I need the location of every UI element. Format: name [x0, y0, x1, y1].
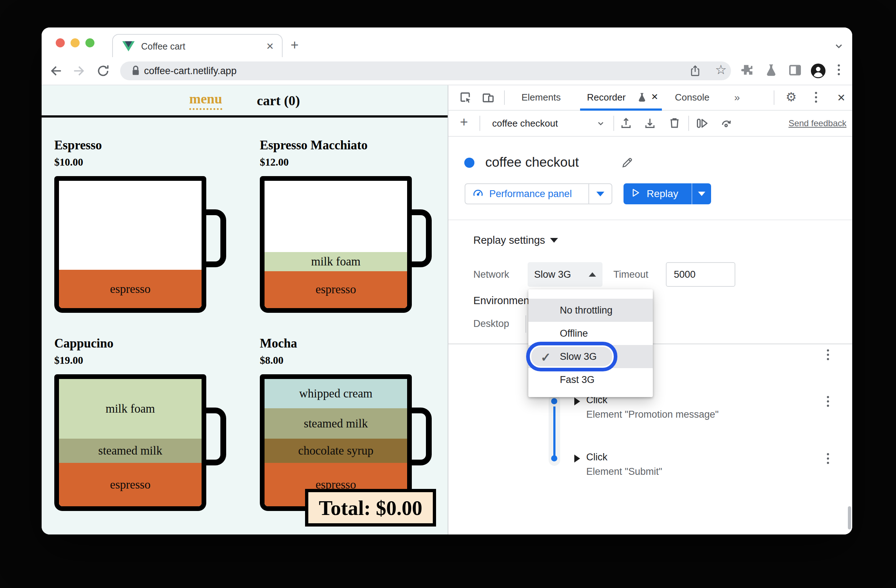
- tab-title: Coffee cart: [141, 41, 185, 52]
- network-option[interactable]: ✓ Fast 3G: [528, 368, 653, 391]
- devtools-close-icon[interactable]: ✕: [837, 92, 845, 104]
- extensions-icon[interactable]: [740, 63, 756, 79]
- step-menu-kebab[interactable]: [827, 453, 829, 468]
- product-price: $8.00: [260, 354, 412, 366]
- cup-layer: espresso: [59, 463, 201, 506]
- browser-tab[interactable]: Coffee cart ✕: [112, 34, 283, 58]
- network-option[interactable]: ✓ Offline: [528, 322, 653, 345]
- product-name: Espresso: [54, 138, 206, 153]
- nav-menu-link[interactable]: menu: [189, 91, 222, 110]
- cup[interactable]: milk foamespresso: [260, 176, 412, 313]
- omnibox[interactable]: coffee-cart.netlify.app ☆: [120, 61, 731, 80]
- beaker-extension-icon[interactable]: [764, 63, 780, 79]
- step-menu-kebab[interactable]: [827, 396, 829, 410]
- performance-panel-button[interactable]: Performance panel: [465, 183, 612, 204]
- cup-layer: chocolate syrup: [265, 439, 407, 463]
- section-divider: [448, 219, 852, 220]
- product-card: Espresso Macchiato $12.00 milk foamespre…: [260, 138, 412, 313]
- inspect-element-icon[interactable]: [459, 91, 472, 104]
- device-divider: [526, 315, 526, 333]
- recorder-tab-close-icon[interactable]: ✕: [651, 92, 658, 102]
- browser-menu-kebab[interactable]: [838, 64, 852, 80]
- add-recording-button[interactable]: +: [460, 114, 468, 130]
- tab-elements[interactable]: Elements: [521, 92, 561, 103]
- recording-select-chevron-icon[interactable]: [595, 118, 608, 131]
- replay-button[interactable]: Replay: [623, 183, 711, 204]
- replay-options-caret-icon[interactable]: [698, 191, 705, 196]
- cart-total[interactable]: Total: $0.00: [305, 489, 436, 527]
- forward-button[interactable]: [72, 64, 86, 78]
- more-tabs-chevrons[interactable]: »: [734, 92, 740, 103]
- nav-cart-link[interactable]: cart (0): [257, 93, 300, 108]
- step-expand-icon[interactable]: [574, 454, 580, 462]
- step-expand-icon[interactable]: [574, 397, 580, 406]
- cup-layer-label: espresso: [110, 478, 151, 491]
- cup-layer-label: espresso: [315, 283, 356, 296]
- replay-settings-toggle[interactable]: Replay settings: [473, 234, 558, 246]
- network-option[interactable]: ✓ No throttling: [528, 299, 653, 322]
- cup-layer: steamed milk: [265, 408, 407, 439]
- tab-recorder[interactable]: Recorder: [587, 92, 626, 103]
- import-recording-icon[interactable]: [643, 117, 656, 129]
- reload-button[interactable]: [96, 64, 110, 78]
- replay-sections-icon[interactable]: [695, 117, 708, 129]
- network-select[interactable]: Slow 3G: [527, 262, 602, 287]
- bookmark-star-icon[interactable]: ☆: [715, 64, 727, 76]
- timeout-input[interactable]: [666, 262, 735, 287]
- new-tab-button[interactable]: +: [291, 39, 299, 51]
- tab-search-chevron-icon[interactable]: [834, 41, 844, 51]
- product-price: $12.00: [260, 156, 412, 168]
- performance-panel-caret-icon[interactable]: [596, 191, 604, 196]
- tab-console[interactable]: Console: [675, 92, 709, 103]
- recorder-flask-icon: [637, 92, 649, 105]
- recording-status-dot: [464, 158, 474, 168]
- step-action: Click: [586, 452, 608, 463]
- recorder-toolbar: + coffee checkout: [448, 111, 852, 137]
- cup[interactable]: espresso: [54, 176, 206, 313]
- recording-select[interactable]: coffee checkout: [492, 118, 558, 129]
- product-price: $10.00: [54, 156, 206, 168]
- share-icon[interactable]: [689, 65, 701, 77]
- device-toolbar-icon[interactable]: [482, 91, 495, 104]
- profile-avatar[interactable]: [810, 63, 826, 79]
- cup-empty-space: [59, 181, 201, 270]
- url-text: coffee-cart.netlify.app: [144, 65, 237, 77]
- device-label: Desktop: [473, 318, 509, 330]
- cup-layer: milk foam: [265, 252, 407, 271]
- environment-label: Environment: [473, 295, 532, 307]
- delete-recording-icon[interactable]: [667, 116, 681, 129]
- replay-settings-label: Replay settings: [473, 234, 545, 246]
- browser-toolbar: coffee-cart.netlify.app ☆: [42, 57, 852, 85]
- side-panel-icon[interactable]: [788, 63, 804, 79]
- network-select-value: Slow 3G: [534, 269, 571, 280]
- recording-title: coffee checkout: [485, 155, 579, 170]
- network-option-label: No throttling: [560, 305, 613, 316]
- product-name: Mocha: [260, 336, 412, 351]
- close-window-button[interactable]: [56, 38, 65, 47]
- cup-layer: whipped cream: [265, 379, 407, 408]
- browser-window: Coffee cart ✕ + coffee-cart.netlify.app: [42, 27, 852, 535]
- cup[interactable]: milk foamsteamed milkespresso: [54, 374, 206, 511]
- tab-close-icon[interactable]: ✕: [266, 41, 274, 52]
- network-option[interactable]: ✓ Slow 3G: [528, 345, 653, 368]
- product-card: Mocha $8.00 whipped creamsteamed milkcho…: [260, 336, 412, 511]
- step-connector-line: [553, 406, 555, 456]
- checkmark-icon: ✓: [541, 350, 551, 365]
- replay-from-here-icon[interactable]: [719, 117, 732, 129]
- back-button[interactable]: [49, 64, 63, 78]
- export-recording-icon[interactable]: [619, 117, 632, 129]
- step-overflow-menu[interactable]: [827, 349, 829, 364]
- send-feedback-link[interactable]: Send feedback: [789, 118, 846, 128]
- cup-layer: steamed milk: [59, 439, 201, 463]
- replay-settings-caret-icon: [550, 238, 558, 243]
- minimize-window-button[interactable]: [70, 38, 79, 47]
- coffee-cart-page: menu cart (0) Espresso $10.00 espresso E…: [42, 85, 448, 535]
- product-card: Cappucino $19.00 milk foamsteamed milkes…: [54, 336, 206, 511]
- network-label: Network: [473, 269, 509, 280]
- devtools-panel: Elements Recorder ✕ Console » ⚙ ✕ + coff…: [448, 85, 852, 535]
- edit-title-pencil-icon[interactable]: [621, 156, 634, 169]
- devtools-settings-gear-icon[interactable]: ⚙: [786, 90, 797, 104]
- zoom-window-button[interactable]: [85, 38, 94, 47]
- devtools-menu-kebab[interactable]: [815, 92, 817, 106]
- devtools-scrollbar[interactable]: [848, 506, 851, 529]
